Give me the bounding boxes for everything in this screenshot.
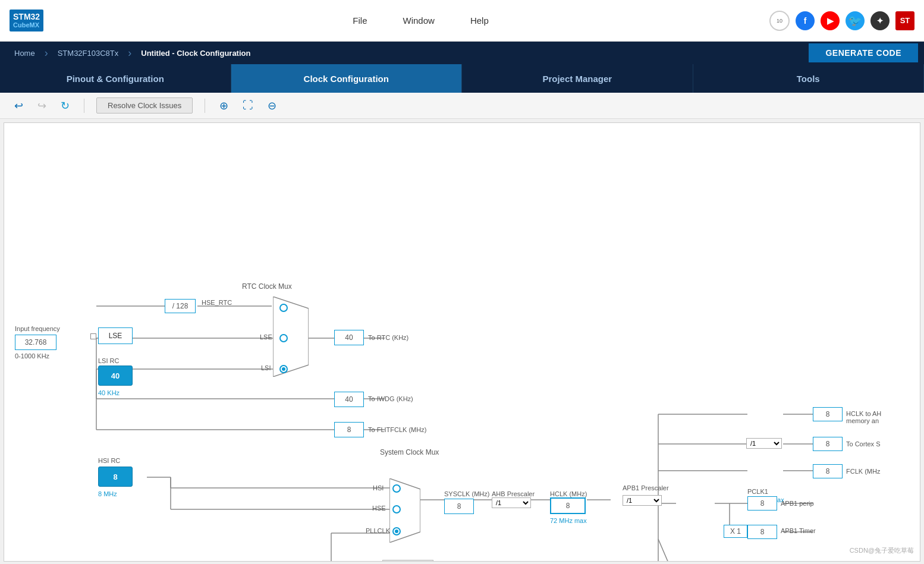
breadcrumb-arrow-1: › [45,47,48,59]
hclk-to-ah-label: HCLK to AH [846,410,881,417]
apb1-label: APB1 Prescaler [623,484,669,491]
badge-10: 10 [769,11,790,31]
redo-button[interactable]: ↪ [35,98,49,114]
flitfclk-output-box[interactable]: 8 [334,422,364,437]
cortex-prescaler[interactable]: /1 [746,438,782,449]
undo-button[interactable]: ↩ [12,98,26,114]
facebook-icon[interactable]: f [796,11,815,30]
refresh-button[interactable]: ↻ [58,98,72,114]
apb1-timer-box[interactable]: 8 [747,525,777,539]
youtube-icon[interactable]: ▶ [821,11,840,30]
hclk-label: HCLK (MHz) [550,490,587,497]
hsi-mhz-label: 8 MHz [98,490,117,497]
logo-area: STM32 CubeMX [10,10,48,32]
main-content: Input frequency 32.768 0-1000 KHz LSE RT… [4,122,920,562]
main-nav: File Window Help [72,15,769,26]
resolve-clock-issues-button[interactable]: Resolve Clock Issues [96,97,193,114]
clock-diagram: Input frequency 32.768 0-1000 KHz LSE RT… [4,123,920,561]
breadcrumb-arrow-2: › [128,47,131,59]
rtc-mux-radio-lsi[interactable] [279,365,288,373]
nav-help[interactable]: Help [470,15,489,26]
nav-file[interactable]: File [353,15,367,26]
lsi-rc-label: LSI RC [98,357,119,364]
rtc-output-box[interactable]: 40 [334,330,364,345]
to-flitfclk-label: To FLITFCLK (MHz) [368,426,426,433]
pclk1-label: PCLK1 [747,488,768,495]
tab-pinout[interactable]: Pinout & Configuration [0,64,231,93]
social-icons: 10 f ▶ 🐦 ✦ ST [769,11,914,31]
lsi-rc-box[interactable]: 40 [98,366,133,386]
sysclk-mux-hsi: HSI [373,484,384,491]
apb1-x1-box: X 1 [724,525,747,538]
stm32cubemx-logo: STM32 CubeMX [10,10,43,32]
sysclk-mux-pllclk: PLLCLK [366,527,390,534]
breadcrumb-home[interactable]: Home [6,42,43,64]
svg-marker-56 [273,297,309,377]
input-freq-label: Input frequency [15,325,60,332]
hclk-out-box[interactable]: 8 [813,407,843,421]
st-icon[interactable]: ST [895,11,914,30]
sysclk-mux-radio-pll[interactable] [392,527,401,535]
hclk-box[interactable]: 8 [550,497,586,514]
zoom-out-button[interactable]: ⊖ [265,98,279,114]
tab-bar: Pinout & Configuration Clock Configurati… [0,64,924,93]
network-icon[interactable]: ✦ [870,11,890,30]
lsi-khz-label: 40 KHz [98,389,120,396]
breadcrumb-bar: Home › STM32F103C8Tx › Untitled - Clock … [0,42,924,64]
fclk-label: FCLK (MHz [846,468,880,475]
tab-project[interactable]: Project Manager [462,64,693,93]
toolbar-separator-2 [205,99,205,113]
mux-lse-label: LSE [260,333,272,341]
zoom-in-button[interactable]: ⊕ [217,98,231,114]
lse-box: LSE [98,327,133,344]
twitter-icon[interactable]: 🐦 [846,11,865,30]
toolbar-separator [84,99,84,113]
mux-lsi-label: LSI [261,364,271,371]
breadcrumb-current: Untitled - Clock Configuration [133,42,259,64]
rtc-mux-radio-lse[interactable] [279,334,288,342]
rtc-clock-mux-label: RTC Clock Mux [242,282,292,291]
sysclk-mux-radio-hsi[interactable] [392,484,401,493]
fclk-out-box[interactable]: 8 [813,464,843,478]
to-rtc-label: To RTC (KHz) [368,334,408,341]
generate-code-button[interactable]: GENERATE CODE [809,43,918,62]
div128-box: / 128 [165,299,196,313]
breadcrumb-device[interactable]: STM32F103C8Tx [49,42,127,64]
expand-button[interactable]: ⛶ [240,98,256,113]
to-iwdg-label: To IWDG (KHz) [368,395,413,402]
enable-css-button[interactable]: Enable CSS [382,560,433,561]
topbar: STM32 CubeMX File Window Help 10 f ▶ 🐦 ✦… [0,0,924,42]
hclk-to-ah2-label: memory an [846,417,879,424]
ahb-select[interactable]: /1/2/4/8 [492,497,531,508]
rtc-mux-shape [273,297,309,377]
iwdg-output-box[interactable]: 40 [334,392,364,407]
cortex-out-box[interactable]: 8 [813,437,843,451]
nav-window[interactable]: Window [403,15,435,26]
watermark: CSDN@兔子爱吃草莓 [850,546,914,555]
cortex-label: To Cortex S [846,440,880,448]
sysclk-box[interactable]: 8 [444,499,474,514]
hsi-rc-label: HSI RC [98,457,120,464]
sysclk-mux-radio-hse[interactable] [392,505,401,513]
input-freq-unit: 0-1000 KHz [15,352,49,360]
sysclk-mux-hse: HSE [372,505,386,512]
input-freq-value[interactable]: 32.768 [15,335,56,350]
apb1-timer-label: APB1 Timer [781,527,816,534]
apb1-out-box[interactable]: 8 [747,496,777,511]
svg-line-37 [658,539,676,561]
tab-clock[interactable]: Clock Configuration [231,64,463,93]
toolbar: ↩ ↪ ↻ Resolve Clock Issues ⊕ ⛶ ⊖ [0,93,924,119]
ahb-label: AHB Prescaler [492,490,535,497]
hsi-rc-box[interactable]: 8 [98,467,133,487]
lse-connector [90,333,96,339]
hse-rtc-label: HSE_RTC [202,299,232,306]
hclk-max-label: 72 MHz max [550,517,587,524]
tab-tools[interactable]: Tools [693,64,925,93]
apb1-periph-label: APB1 perip [781,500,814,507]
system-clock-mux-label: System Clock Mux [380,448,439,456]
rtc-mux-radio-hse[interactable] [279,304,288,312]
apb1-select[interactable]: /1/2/4 [623,495,662,506]
sysclk-label: SYSCLK (MHz) [444,490,489,497]
